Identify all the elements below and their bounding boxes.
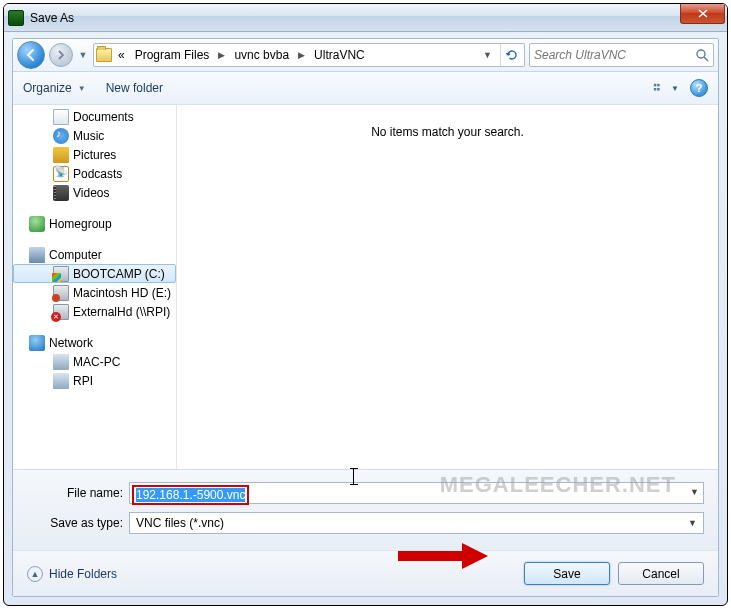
tree-item-computer[interactable]: Computer — [13, 245, 176, 264]
navigation-pane[interactable]: Documents Music Pictures Podcasts Videos… — [13, 105, 176, 469]
back-button[interactable] — [17, 41, 45, 69]
refresh-icon — [505, 48, 519, 62]
breadcrumb-overflow[interactable]: « — [114, 48, 129, 62]
save-button[interactable]: Save — [524, 562, 610, 585]
close-icon — [698, 9, 708, 18]
savetype-value: VNC files (*.vnc) — [136, 516, 224, 530]
search-box[interactable] — [529, 43, 714, 67]
nav-history-dropdown[interactable]: ▼ — [77, 50, 89, 60]
navigation-bar: ▼ « Program Files ▶ uvnc bvba ▶ UltraVNC… — [13, 39, 718, 72]
pictures-icon — [53, 147, 69, 163]
organize-menu[interactable]: Organize▼ — [23, 81, 86, 95]
tree-item-network-pc[interactable]: MAC-PC — [13, 352, 176, 371]
forward-button[interactable] — [49, 43, 73, 67]
window-title: Save As — [30, 11, 74, 25]
chevron-up-icon: ▲ — [27, 566, 43, 582]
search-icon — [695, 48, 709, 62]
drive-icon — [53, 266, 69, 282]
filename-dropdown[interactable]: ▼ — [690, 487, 699, 497]
titlebar[interactable]: Save As — [4, 4, 727, 32]
folder-icon — [96, 48, 112, 62]
chevron-down-icon: ▼ — [688, 518, 697, 528]
drive-disconnected-icon — [53, 304, 69, 320]
dialog-body: ▼ « Program Files ▶ uvnc bvba ▶ UltraVNC… — [12, 38, 719, 597]
filename-value: 192.168.1.-5900.vnc — [136, 488, 245, 502]
tree-item-podcasts[interactable]: Podcasts — [13, 164, 176, 183]
breadcrumb-item[interactable]: UltraVNC — [310, 48, 369, 62]
hide-folders-button[interactable]: ▲ Hide Folders — [27, 566, 117, 582]
svg-rect-2 — [657, 84, 660, 87]
svg-rect-4 — [657, 88, 660, 91]
videos-icon — [53, 185, 69, 201]
computer-icon — [29, 247, 45, 263]
svg-rect-1 — [654, 84, 657, 87]
close-button[interactable] — [680, 4, 725, 24]
chevron-right-icon[interactable]: ▶ — [295, 50, 308, 60]
music-icon — [53, 128, 69, 144]
tree-item-music[interactable]: Music — [13, 126, 176, 145]
breadcrumb-item[interactable]: uvnc bvba — [230, 48, 293, 62]
tree-item-videos[interactable]: Videos — [13, 183, 176, 202]
tree-item-drive-e[interactable]: Macintosh HD (E:) — [13, 283, 176, 302]
homegroup-icon — [29, 216, 45, 232]
app-icon — [8, 10, 24, 26]
view-icon — [653, 81, 668, 95]
file-list-pane[interactable]: No items match your search. — [177, 105, 718, 469]
pc-icon — [53, 373, 69, 389]
new-folder-button[interactable]: New folder — [106, 81, 163, 95]
empty-message: No items match your search. — [371, 125, 524, 139]
tree-item-pictures[interactable]: Pictures — [13, 145, 176, 164]
tree-item-network[interactable]: Network — [13, 333, 176, 352]
tree-item-external[interactable]: ExternalHd (\\RPI) — [13, 302, 176, 321]
footer: ▲ Hide Folders Save Cancel — [13, 550, 718, 596]
cancel-button[interactable]: Cancel — [618, 562, 704, 585]
filename-input[interactable]: 192.168.1.-5900.vnc ▼ — [129, 482, 704, 504]
address-bar[interactable]: « Program Files ▶ uvnc bvba ▶ UltraVNC ▼ — [93, 43, 525, 67]
savetype-combo[interactable]: VNC files (*.vnc) ▼ — [129, 512, 704, 534]
chevron-right-icon[interactable]: ▶ — [215, 50, 228, 60]
svg-point-0 — [697, 50, 705, 58]
toolbar: Organize▼ New folder ▼ ? — [13, 72, 718, 105]
tree-item-documents[interactable]: Documents — [13, 107, 176, 126]
breadcrumb-item[interactable]: Program Files — [131, 48, 214, 62]
tree-item-network-pc[interactable]: RPI — [13, 371, 176, 390]
documents-icon — [53, 109, 69, 125]
view-options-button[interactable]: ▼ — [652, 78, 680, 98]
pc-icon — [53, 354, 69, 370]
arrow-left-icon — [24, 48, 38, 62]
podcast-icon — [53, 166, 69, 182]
filename-label: File name: — [27, 486, 123, 500]
help-button[interactable]: ? — [690, 79, 708, 97]
savetype-label: Save as type: — [27, 516, 123, 530]
refresh-button[interactable] — [500, 44, 522, 66]
tree-item-homegroup[interactable]: Homegroup — [13, 214, 176, 233]
network-icon — [29, 335, 45, 351]
address-dropdown[interactable]: ▼ — [477, 50, 498, 60]
tree-item-drive-c[interactable]: BOOTCAMP (C:) — [13, 264, 176, 283]
svg-rect-3 — [654, 88, 657, 91]
drive-icon — [53, 285, 69, 301]
body-area: Documents Music Pictures Podcasts Videos… — [13, 105, 718, 469]
save-as-dialog: Save As ▼ « Program Files ▶ uvnc bvba ▶ … — [3, 3, 728, 606]
arrow-right-icon — [56, 50, 66, 60]
search-input[interactable] — [534, 48, 695, 62]
chevron-down-icon: ▼ — [78, 84, 86, 93]
help-icon: ? — [696, 82, 703, 94]
save-fields-panel: File name: 192.168.1.-5900.vnc ▼ Save as… — [13, 469, 718, 550]
